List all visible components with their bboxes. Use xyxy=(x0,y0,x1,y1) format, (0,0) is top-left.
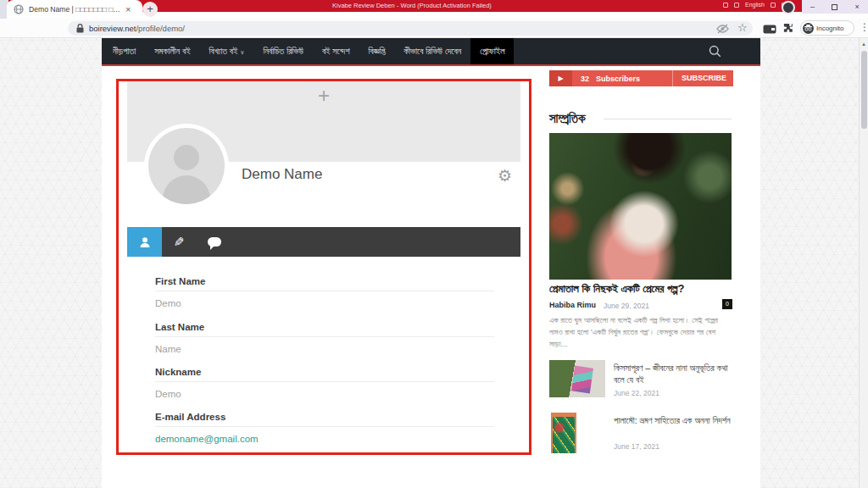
profile-card: + Demo Name ⚙ ✎ First Name Demo Last Nam… xyxy=(116,79,531,455)
tab-edit[interactable]: ✎ xyxy=(162,227,197,257)
sidebar-heading: সাম্প্রতিক xyxy=(549,111,586,126)
scroll-up-icon[interactable]: ▲ xyxy=(860,38,868,47)
field-label: Nickname xyxy=(155,367,494,377)
subscriber-label: Subscribers xyxy=(596,75,640,83)
post-title[interactable]: কিসসাপূরণ – জীবনের নানা অনুভূতির কথা বলে… xyxy=(614,362,734,385)
extensions-puzzle-icon[interactable] xyxy=(783,23,794,34)
close-button[interactable]: × xyxy=(855,3,860,11)
browser-menu-icon[interactable]: ⋮ xyxy=(860,21,868,33)
youtube-subscribe-bar: ▶ 32 Subscribers SUBSCRIBE xyxy=(549,70,733,86)
restore-button[interactable] xyxy=(832,4,837,10)
field-label: E-mail Address xyxy=(155,412,494,422)
profile-tabbar: ✎ xyxy=(127,227,520,257)
field-underline xyxy=(155,381,494,382)
speech-bubble-icon xyxy=(208,237,221,247)
featured-post-excerpt: এক রাতে ঘুম আসছিলো না বলেই একটি গল্প লিখ… xyxy=(549,314,731,350)
nav-item-book-news[interactable]: বই সন্দেশ xyxy=(313,38,359,64)
site-navbar: নীড়পাতা সমকালীন বই বিখ্যাত বই∨ নির্বাচি… xyxy=(102,38,760,66)
tab-comments[interactable] xyxy=(197,227,231,257)
incognito-icon xyxy=(803,23,814,34)
sidebar-rule xyxy=(604,119,732,119)
tab-close-icon[interactable]: × xyxy=(125,4,131,14)
address-bar[interactable]: boireview.net/profile/demo/ xyxy=(68,21,753,36)
person-icon xyxy=(139,236,151,248)
tray-icon xyxy=(734,3,739,8)
minimize-button[interactable]: – xyxy=(810,3,815,11)
field-underline xyxy=(155,291,494,291)
tray-icon xyxy=(723,3,728,8)
nav-item-selected-reviews[interactable]: নির্বাচিত রিভিউ xyxy=(253,38,312,64)
avatar[interactable] xyxy=(144,124,229,208)
field-value[interactable]: Demo xyxy=(155,389,494,399)
scrollbar-thumb[interactable] xyxy=(861,51,867,129)
field-value[interactable]: Demo xyxy=(155,298,494,308)
window-controls: – × xyxy=(802,0,868,14)
screen-recorder-button[interactable] xyxy=(782,1,795,14)
language-indicator[interactable]: English xyxy=(745,2,765,8)
tab-title: Demo Name | □□□□□□□ □□ □□□ xyxy=(29,5,124,14)
field-email: E-mail Address demoname@gmail.com xyxy=(155,412,494,444)
gear-icon[interactable]: ⚙ xyxy=(498,166,512,186)
subscriber-count: 32 xyxy=(581,75,589,83)
nav-item-profile[interactable]: প্রোফাইল xyxy=(470,38,514,64)
nav-item-contemporary-books[interactable]: সমকালীন বই xyxy=(145,38,199,64)
nav-item-home[interactable]: নীড়পাতা xyxy=(103,38,145,64)
lock-icon xyxy=(76,24,84,33)
search-icon[interactable] xyxy=(709,45,721,58)
featured-post-title[interactable]: প্রেমাতাল কি নিছকই একটি প্রেমের গল্প? xyxy=(549,282,734,297)
pencil-icon: ✎ xyxy=(174,235,185,250)
post-date: June 22, 2021 xyxy=(614,389,659,397)
featured-post-image[interactable] xyxy=(549,133,732,280)
field-last-name: Last Name Name xyxy=(155,322,494,354)
profile-name: Demo Name xyxy=(242,166,322,183)
field-first-name: First Name Demo xyxy=(155,276,494,308)
featured-post-date: June 29, 2021 xyxy=(604,302,649,310)
word-tray: English xyxy=(723,2,787,8)
featured-post-author[interactable]: Habiba Rimu xyxy=(549,301,596,309)
tray-icon xyxy=(771,3,776,8)
new-tab-button[interactable]: + xyxy=(142,2,158,17)
add-cover-icon[interactable]: + xyxy=(127,81,520,110)
url-domain: boireview.net xyxy=(89,24,136,33)
post-title[interactable]: পালামৌ: ভ্রমণ সাহিত্যের এক অনন্য নিদর্শন xyxy=(614,414,734,426)
url-path: /profile/demo/ xyxy=(136,24,185,33)
eye-off-icon[interactable] xyxy=(716,24,729,34)
post-thumbnail[interactable] xyxy=(551,413,576,453)
incognito-badge[interactable]: Incognito xyxy=(800,20,854,36)
subscribe-button[interactable]: SUBSCRIBE xyxy=(672,70,733,86)
play-icon: ▶ xyxy=(549,70,572,86)
tab-profile-info[interactable] xyxy=(127,227,162,257)
email-link[interactable]: demoname@gmail.com xyxy=(155,434,494,444)
field-nickname: Nickname Demo xyxy=(155,367,494,399)
browser-tab[interactable]: Demo Name | □□□□□□□ □□ □□□ × xyxy=(7,0,142,19)
globe-favicon-icon xyxy=(14,4,24,14)
post-thumbnail[interactable] xyxy=(549,360,605,397)
comment-count-badge[interactable]: 0 xyxy=(722,299,732,309)
chevron-down-icon: ∨ xyxy=(240,49,244,55)
incognito-label: Incognito xyxy=(816,25,843,32)
word-title: Kivabe Review Deben - Word (Product Acti… xyxy=(332,2,492,9)
field-value[interactable]: Name xyxy=(155,344,494,354)
nav-item-how-to-review[interactable]: কীভাবে রিভিউ দেবেন xyxy=(394,38,470,64)
nav-item-famous-books[interactable]: বিখ্যাত বই∨ xyxy=(200,38,254,64)
field-label: First Name xyxy=(155,276,494,286)
page-scrollbar[interactable]: ▲ xyxy=(859,38,868,488)
field-underline xyxy=(155,426,494,427)
post-date: June 17, 2021 xyxy=(614,442,659,451)
url-text: boireview.net/profile/demo/ xyxy=(89,24,185,33)
nav-item-notice[interactable]: বিজ্ঞপ্তি xyxy=(359,38,394,64)
avatar-placeholder xyxy=(148,128,225,204)
wallet-extension-icon[interactable] xyxy=(763,25,776,34)
bookmark-star-icon[interactable]: ☆ xyxy=(737,21,748,34)
field-underline xyxy=(155,336,494,337)
field-label: Last Name xyxy=(155,322,494,332)
